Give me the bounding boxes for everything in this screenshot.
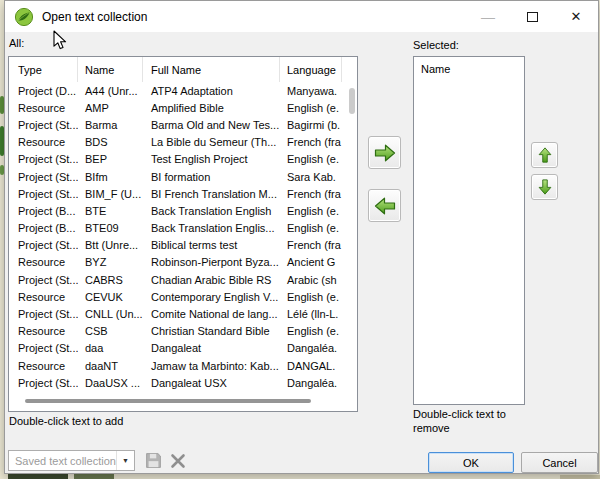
cell-language: English (e. (280, 102, 344, 114)
table-row[interactable]: Project (D...A44 (Unr...ATP4 AdaptationM… (9, 82, 357, 99)
cell-name: BIM_F (U... (78, 188, 143, 200)
cell-name: daa (78, 342, 143, 354)
cell-type: Project (B... (9, 222, 78, 234)
table-row[interactable]: Project (B...BTEBack Translation English… (9, 202, 357, 219)
cell-name: daaNT (78, 360, 143, 372)
cell-name: BTE09 (78, 222, 143, 234)
cell-language: French (fra (280, 188, 344, 200)
move-down-button[interactable] (531, 174, 558, 200)
cell-full_name: Christian Standard Bible (143, 325, 280, 337)
cell-name: CSB (78, 325, 143, 337)
table-row[interactable]: Project (St...daaDangaleatDangaléa. (9, 340, 357, 357)
cell-full_name: ATP4 Adaptation (143, 85, 280, 97)
cell-full_name: Jamaw ta Marbinto: Kab... (143, 360, 280, 372)
cell-full_name: Comite National de lang... (143, 308, 280, 320)
cell-name: BIfm (78, 171, 143, 183)
cancel-button[interactable]: Cancel (521, 452, 598, 473)
cell-language: Arabic (sh (280, 274, 344, 286)
column-header-name[interactable]: Name (78, 57, 143, 82)
cell-name: CEVUK (78, 291, 143, 303)
table-row[interactable]: Project (St...BIfmBI formationSara Kab. (9, 168, 357, 185)
cell-full_name: BI formation (143, 171, 280, 183)
minimize-button[interactable]: — (466, 1, 510, 32)
table-row[interactable]: ResourcedaaNTJamaw ta Marbinto: Kab...DA… (9, 357, 357, 374)
save-collection-button[interactable] (142, 450, 164, 471)
cell-type: Resource (9, 136, 78, 148)
cell-type: Project (St... (9, 239, 78, 251)
table-row[interactable]: ResourceBDSLa Bible du Semeur (Th...Fren… (9, 134, 357, 151)
cell-name: BDS (78, 136, 143, 148)
column-header-type[interactable]: Type (9, 57, 78, 82)
table-row[interactable]: Project (St...BarmaBarma Old and New Tes… (9, 116, 357, 133)
cell-type: Resource (9, 291, 78, 303)
cell-full_name: Contemporary English V... (143, 291, 280, 303)
all-list-header: Type Name Full Name Language (9, 57, 357, 82)
table-row[interactable]: ResourceAMPAmplified BibleEnglish (e. (9, 99, 357, 116)
delete-x-icon (170, 453, 186, 469)
cell-full_name: Barma Old and New Tes... (143, 119, 280, 131)
cell-language: Sara Kab. (280, 171, 344, 183)
cell-language: English (e. (280, 291, 344, 303)
cell-type: Project (St... (9, 274, 78, 286)
background-app-fragment (8, 474, 68, 479)
all-list-rows: Project (D...A44 (Unr...ATP4 AdaptationM… (9, 82, 357, 391)
background-app-fragment (560, 475, 600, 479)
table-row[interactable]: ResourceBYZRobinson-Pierpont Byza...Anci… (9, 254, 357, 271)
selected-column-header-name[interactable]: Name (414, 57, 524, 75)
cell-full_name: Amplified Bible (143, 102, 280, 114)
close-button[interactable]: ✕ (554, 1, 598, 32)
cell-name: A44 (Unr... (78, 85, 143, 97)
cell-type: Project (St... (9, 308, 78, 320)
selected-list[interactable]: Name (413, 56, 525, 405)
add-hint-label: Double-click text to add (9, 414, 123, 428)
column-header-full-name[interactable]: Full Name (143, 57, 280, 82)
cell-name: BEP (78, 153, 143, 165)
cell-name: DaaUSX ... (78, 377, 143, 389)
cell-name: Barma (78, 119, 143, 131)
dropdown-icon[interactable]: ▼ (116, 451, 134, 470)
cell-language: French (fra (280, 239, 344, 251)
table-row[interactable]: Project (B...BTE09Back Translation Engli… (9, 220, 357, 237)
cell-full_name: Dangaleat USX (143, 377, 280, 389)
ok-button[interactable]: OK (428, 452, 514, 473)
cell-type: Project (St... (9, 119, 78, 131)
cell-name: AMP (78, 102, 143, 114)
cell-language: Bagirmi (b. (280, 119, 344, 131)
vertical-scrollbar[interactable] (349, 88, 355, 114)
table-row[interactable]: Project (St...BEPTest English ProjectEng… (9, 151, 357, 168)
remove-button[interactable] (368, 189, 401, 222)
cell-language: English (e. (280, 222, 344, 234)
cell-full_name: Back Translation English (143, 205, 280, 217)
cell-full_name: Dangaleat (143, 342, 280, 354)
background-app-fragment (74, 474, 114, 479)
remove-hint-label: Double-click text to remove (413, 407, 525, 435)
table-row[interactable]: Project (St...Btt (Unre...Biblical terms… (9, 237, 357, 254)
cell-type: Project (B... (9, 205, 78, 217)
table-row[interactable]: Project (St...CNLL (Un...Comite National… (9, 305, 357, 322)
cell-type: Resource (9, 360, 78, 372)
cell-full_name: Robinson-Pierpont Byza... (143, 256, 280, 268)
titlebar[interactable]: Open text collection — ✕ (5, 1, 598, 32)
cell-full_name: La Bible du Semeur (Th... (143, 136, 280, 148)
table-row[interactable]: ResourceCSBChristian Standard BibleEngli… (9, 323, 357, 340)
move-up-button[interactable] (531, 142, 558, 168)
column-header-language[interactable]: Language (280, 57, 342, 82)
table-row[interactable]: Project (St...BIM_F (U...BI French Trans… (9, 185, 357, 202)
cell-type: Project (St... (9, 377, 78, 389)
maximize-button[interactable] (510, 1, 554, 32)
cell-language: English (e. (280, 153, 344, 165)
saved-collections-combobox[interactable]: Saved text collections ▼ (8, 450, 135, 471)
dialog-title: Open text collection (42, 10, 147, 24)
table-row[interactable]: Project (St...CABRSChadian Arabic Bible … (9, 271, 357, 288)
selected-label: Selected: (413, 39, 459, 51)
cell-type: Project (St... (9, 188, 78, 200)
delete-collection-button[interactable] (167, 450, 189, 471)
horizontal-scrollbar[interactable] (25, 399, 311, 403)
cell-name: BTE (78, 205, 143, 217)
table-row[interactable]: ResourceCEVUKContemporary English V...En… (9, 288, 357, 305)
arrow-down-icon (536, 178, 554, 196)
screen: Open text collection — ✕ All: Selected: … (0, 0, 600, 479)
all-list[interactable]: Type Name Full Name Language Project (D.… (8, 56, 358, 412)
add-button[interactable] (368, 136, 401, 169)
table-row[interactable]: Project (St...DaaUSX ...Dangaleat USXDan… (9, 374, 357, 391)
